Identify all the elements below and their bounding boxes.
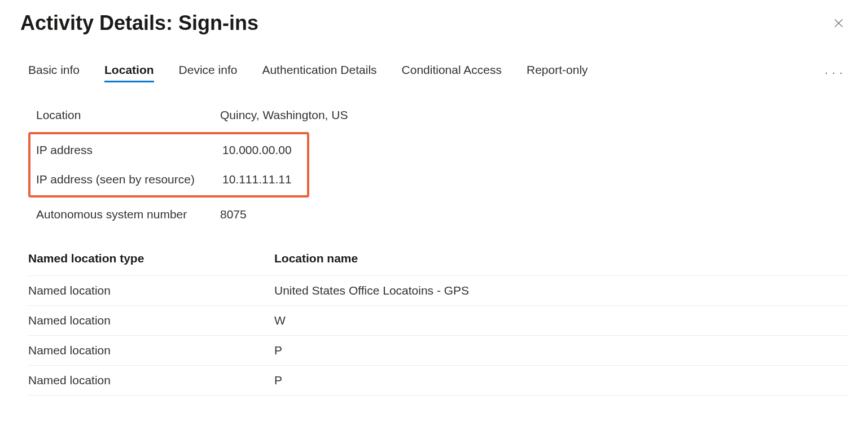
table-row[interactable]: Named location United States Office Loca… <box>28 276 848 306</box>
tab-basic-info[interactable]: Basic info <box>28 63 80 81</box>
detail-row-ip: IP address 10.000.00.00 <box>36 135 307 165</box>
tab-conditional-access[interactable]: Conditional Access <box>402 63 502 81</box>
ip-seen-value: 10.111.11.11 <box>222 173 292 186</box>
close-button[interactable] <box>830 14 848 32</box>
cell-type: Named location <box>28 284 274 297</box>
cell-type: Named location <box>28 344 274 357</box>
cell-name: United States Office Locatoins - GPS <box>274 284 848 297</box>
table-row[interactable]: Named location P <box>28 366 848 396</box>
close-icon <box>833 17 844 29</box>
location-value: Quincy, Washington, US <box>220 108 348 122</box>
asn-value: 8075 <box>220 208 247 221</box>
ip-address-value: 10.000.00.00 <box>222 143 292 157</box>
cell-name: P <box>274 374 848 387</box>
ip-seen-label: IP address (seen by resource) <box>36 173 222 186</box>
page-title: Activity Details: Sign-ins <box>20 11 258 35</box>
cell-name: W <box>274 314 848 327</box>
tab-authentication-details[interactable]: Authentication Details <box>262 63 376 81</box>
table-row[interactable]: Named location W <box>28 306 848 336</box>
ip-highlight-box: IP address 10.000.00.00 IP address (seen… <box>28 132 309 198</box>
table-header: Named location type Location name <box>28 245 848 276</box>
location-details: Location Quincy, Washington, US IP addre… <box>20 100 848 229</box>
asn-label: Autonomous system number <box>36 208 220 221</box>
column-header-type[interactable]: Named location type <box>28 252 274 265</box>
tab-device-info[interactable]: Device info <box>179 63 238 81</box>
tab-location[interactable]: Location <box>104 63 154 81</box>
location-label: Location <box>36 108 220 122</box>
cell-type: Named location <box>28 374 274 387</box>
detail-row-asn: Autonomous system number 8075 <box>36 200 848 229</box>
ip-address-label: IP address <box>36 143 222 157</box>
cell-name: P <box>274 344 848 357</box>
cell-type: Named location <box>28 314 274 327</box>
tab-bar: Basic info Location Device info Authenti… <box>20 63 848 81</box>
ellipsis-icon: · · · <box>825 66 843 78</box>
detail-row-location: Location Quincy, Washington, US <box>36 100 848 130</box>
detail-row-ip-seen: IP address (seen by resource) 10.111.11.… <box>36 165 307 194</box>
more-tabs-button[interactable]: · · · <box>825 66 848 79</box>
table-row[interactable]: Named location P <box>28 336 848 366</box>
column-header-name[interactable]: Location name <box>274 252 848 265</box>
named-locations-table: Named location type Location name Named … <box>20 245 848 396</box>
tab-report-only[interactable]: Report-only <box>527 63 588 81</box>
